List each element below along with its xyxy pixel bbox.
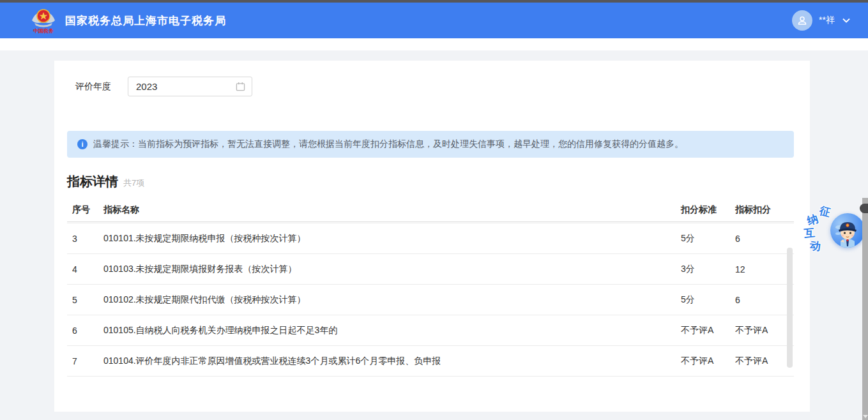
tax-emblem-logo: 中国税务 [29,6,57,34]
indicator-table: 序号 指标名称 扣分标准 指标扣分 3 010101.未按规定期限纳税申报（按税… [67,198,794,377]
evaluation-year-input[interactable]: 2023 [128,77,252,96]
cell-name: 010104.评价年度内非正常原因增值税或营业税连续3个月或累计6个月零申报、负… [103,356,681,367]
tax-assistant-widget[interactable]: 征 纳 互 动 [802,199,866,263]
cell-no: 6 [67,326,103,336]
tax-officer-icon [830,213,865,248]
cell-name: 010103.未按规定期限填报财务报表（按次计算） [103,264,681,275]
table-row: 6 010105.自纳税人向税务机关办理纳税申报之日起不足3年的 不予评A 不予… [67,315,794,346]
evaluation-year-label: 评价年度 [75,81,111,93]
brand: 中国税务 国家税务总局上海市电子税务局 [29,6,226,34]
table-row: 3 010101.未按规定期限纳税申报（按税种按次计算） 5分 6 [67,223,794,254]
cell-deduction: 不予评A [735,356,794,367]
app-header: 中国税务 国家税务总局上海市电子税务局 **祥 [0,3,868,38]
user-area[interactable]: **祥 [792,10,850,31]
cell-no: 5 [67,295,103,305]
cell-name: 010102.未按规定期限代扣代缴（按税种按次计算） [103,294,681,306]
evaluation-year-value: 2023 [136,81,236,92]
section-count: 共7项 [123,177,144,189]
col-name: 指标名称 [103,204,681,216]
table-row: 4 010103.未按规定期限填报财务报表（按次计算） 3分 12 [67,254,794,285]
cell-standard: 5分 [681,294,735,306]
cell-deduction: 6 [735,234,794,244]
site-title: 国家税务总局上海市电子税务局 [65,13,226,28]
evaluation-year-filter: 评价年度 2023 [75,77,252,96]
cell-standard: 3分 [681,264,735,275]
section-head: 指标详情 共7项 [67,173,144,190]
cell-standard: 不予评A [681,325,735,336]
notice-banner: i 温馨提示：当前指标为预评指标，暂无法直接调整，请您根据当前年度扣分指标信息，… [67,131,794,158]
calendar-icon[interactable] [236,82,245,91]
chevron-down-icon[interactable] [842,18,850,23]
col-standard: 扣分标准 [681,204,735,216]
scrollbar-down-arrow[interactable] [863,415,868,418]
cell-no: 7 [67,356,103,366]
cell-standard: 不予评A [681,356,735,367]
info-icon: i [77,139,88,149]
logo-caption: 中国税务 [33,28,54,34]
notice-text: 温馨提示：当前指标为预评指标，暂无法直接调整，请您根据当前年度扣分指标信息，及时… [93,139,683,150]
assistant-avatar[interactable] [830,213,865,248]
cell-no: 3 [67,234,103,244]
assistant-char: 动 [809,238,821,254]
content-card: 评价年度 2023 i 温馨提示：当前指标为预评指标，暂无法直接调整，请您根据当… [54,61,810,412]
table-header-row: 序号 指标名称 扣分标准 指标扣分 [67,198,794,222]
assistant-char: 征 [818,203,832,220]
cell-deduction: 6 [735,295,794,305]
cell-name: 010105.自纳税人向税务机关办理纳税申报之日起不足3年的 [103,325,681,336]
col-no: 序号 [67,204,103,216]
col-deduction: 指标扣分 [735,204,794,216]
cell-deduction: 12 [735,264,794,274]
cell-deduction: 不予评A [735,325,794,336]
section-title: 指标详情 [67,173,118,190]
cell-name: 010101.未按规定期限纳税申报（按税种按次计算） [103,233,681,244]
cell-standard: 5分 [681,233,735,244]
person-icon [796,15,808,26]
scrollbar-collapse-handle[interactable] [860,204,868,213]
user-avatar[interactable] [792,10,812,31]
cell-no: 4 [67,264,103,274]
table-scrollbar-thumb[interactable] [787,248,793,368]
table-row: 7 010104.评价年度内非正常原因增值税或营业税连续3个月或累计6个月零申报… [67,346,794,377]
page-scrollbar[interactable] [862,198,868,420]
user-name: **祥 [819,15,835,26]
table-row: 5 010102.未按规定期限代扣代缴（按税种按次计算） 5分 6 [67,285,794,315]
header-sub-strip [0,38,868,50]
